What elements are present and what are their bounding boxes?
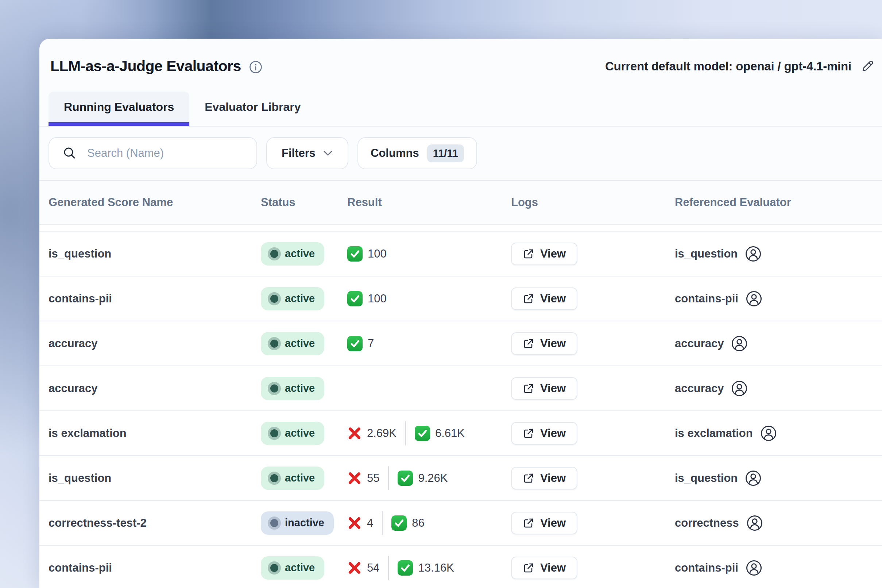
view-label: View xyxy=(540,382,566,395)
pass-count-group: 9.26K xyxy=(398,471,448,486)
table-toolbar: Filters Columns 11/11 xyxy=(39,137,882,169)
view-label: View xyxy=(540,472,566,485)
column-header-result: Result xyxy=(347,196,511,209)
status-dot-icon xyxy=(270,429,278,437)
status-dot-icon xyxy=(270,519,278,527)
view-logs-button[interactable]: View xyxy=(511,512,578,534)
user-circle-icon xyxy=(746,290,762,307)
fail-count-group: 54 xyxy=(347,561,380,575)
tab-evaluator-library[interactable]: Evaluator Library xyxy=(189,92,316,122)
score-name: accuracy xyxy=(39,337,261,350)
result-cell: 55 9.26K xyxy=(347,466,511,490)
status-badge: active xyxy=(261,377,324,400)
pass-count: 100 xyxy=(368,292,387,305)
status-badge: active xyxy=(261,422,324,445)
external-link-icon xyxy=(523,382,534,394)
pass-count-group: 100 xyxy=(347,246,387,261)
default-model-label: Current default model: openai / gpt-4.1-… xyxy=(605,60,851,74)
referenced-evaluator-name: contains-pii xyxy=(675,561,738,574)
cross-mark-icon xyxy=(347,471,362,486)
user-circle-icon xyxy=(746,560,762,576)
result-divider xyxy=(388,556,389,580)
view-logs-button[interactable]: View xyxy=(511,243,578,265)
tab-bar: Running Evaluators Evaluator Library xyxy=(39,92,882,127)
cross-mark-icon xyxy=(347,561,362,575)
table-row[interactable]: is_question active 55 xyxy=(39,455,882,500)
columns-button[interactable]: Columns 11/11 xyxy=(357,137,477,169)
view-logs-button[interactable]: View xyxy=(511,556,578,579)
view-logs-button[interactable]: View xyxy=(511,332,578,355)
result-cell: 2.69K 6.61K xyxy=(347,421,511,446)
evaluators-table: Generated Score Name Status Result Logs … xyxy=(39,180,882,588)
check-mark-icon xyxy=(398,560,413,576)
pass-count-group: 6.61K xyxy=(415,426,465,441)
status-badge: active xyxy=(261,466,324,490)
status-dot-icon xyxy=(270,340,278,348)
view-logs-button[interactable]: View xyxy=(511,377,578,400)
referenced-evaluator-name: correctness xyxy=(675,516,739,530)
column-header-referenced-evaluator: Referenced Evaluator xyxy=(675,196,882,209)
status-label: active xyxy=(285,292,315,304)
tab-running-evaluators[interactable]: Running Evaluators xyxy=(48,92,189,122)
view-logs-button[interactable]: View xyxy=(511,287,578,310)
partially-scrolled-row xyxy=(39,224,882,231)
column-header-logs: Logs xyxy=(511,196,675,209)
result-divider xyxy=(388,466,389,490)
table-row[interactable]: contains-pii active xyxy=(39,276,882,321)
fail-count-group: 55 xyxy=(347,471,380,486)
status-badge: active xyxy=(261,556,324,580)
result-cell: 4 86 xyxy=(347,511,511,535)
columns-label: Columns xyxy=(370,147,419,160)
view-logs-button[interactable]: View xyxy=(511,467,578,489)
table-row[interactable]: is_question active xyxy=(39,231,882,276)
search-input[interactable] xyxy=(87,146,253,160)
table-row[interactable]: accuracy active xyxy=(39,321,882,366)
result-cell: 7 xyxy=(347,336,511,351)
table-header-row: Generated Score Name Status Result Logs … xyxy=(39,181,882,224)
table-row[interactable]: correctness-test-2 inactive 4 xyxy=(39,500,882,545)
score-name: accuracy xyxy=(39,382,261,395)
pass-count: 86 xyxy=(412,516,424,530)
table-row[interactable]: is exclamation active 2.69K xyxy=(39,410,882,455)
status-label: inactive xyxy=(285,517,324,529)
status-badge: active xyxy=(261,287,324,310)
referenced-evaluator-name: is_question xyxy=(675,247,738,261)
table-row[interactable]: accuracy active xyxy=(39,366,882,410)
filters-button[interactable]: Filters xyxy=(266,137,348,169)
pass-count-group: 7 xyxy=(347,336,374,351)
pass-count: 9.26K xyxy=(418,472,448,485)
status-dot-icon xyxy=(270,295,278,303)
status-dot-icon xyxy=(270,250,278,258)
result-cell: 100 xyxy=(347,291,511,306)
status-label: active xyxy=(285,562,315,574)
edit-pencil-icon[interactable] xyxy=(860,59,875,74)
default-model-info: Current default model: openai / gpt-4.1-… xyxy=(605,59,875,74)
view-logs-button[interactable]: View xyxy=(511,422,578,445)
check-mark-icon xyxy=(415,426,430,441)
columns-count-badge: 11/11 xyxy=(427,144,464,162)
referenced-evaluator-name: accuracy xyxy=(675,337,724,350)
result-cell: 100 xyxy=(347,246,511,261)
status-label: active xyxy=(285,382,315,394)
pass-count: 13.16K xyxy=(418,561,454,574)
external-link-icon xyxy=(523,248,534,260)
chevron-down-icon xyxy=(323,150,333,156)
referenced-evaluator-name: is exclamation xyxy=(675,427,753,440)
status-badge: inactive xyxy=(261,512,334,535)
status-dot-icon xyxy=(270,474,278,482)
external-link-icon xyxy=(523,472,534,484)
cross-mark-icon xyxy=(347,426,362,441)
result-divider xyxy=(382,511,382,535)
score-name: correctness-test-2 xyxy=(39,516,261,530)
referenced-evaluator-name: accuracy xyxy=(675,382,724,395)
score-name: contains-pii xyxy=(39,292,261,305)
view-label: View xyxy=(540,427,566,440)
fail-count-group: 4 xyxy=(347,516,373,530)
table-row[interactable]: contains-pii active 54 xyxy=(39,545,882,588)
result-cell: 54 13.16K xyxy=(347,556,511,580)
search-box[interactable] xyxy=(48,137,257,169)
user-circle-icon xyxy=(731,380,748,397)
view-label: View xyxy=(540,561,566,574)
info-icon[interactable] xyxy=(249,60,262,74)
pass-count-group: 86 xyxy=(392,515,424,531)
